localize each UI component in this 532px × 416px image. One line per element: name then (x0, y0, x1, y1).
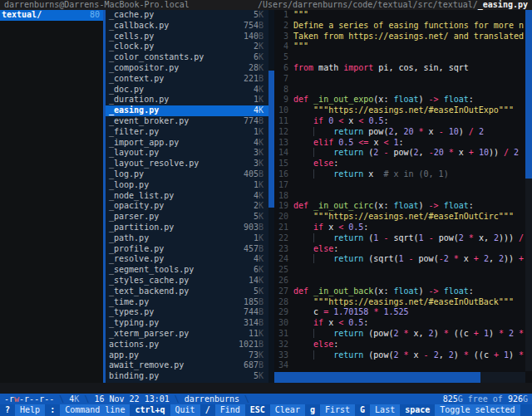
file-row[interactable]: _compositor.py28K (106, 63, 274, 74)
code-text: """https://easings.net/#easeInOutExpo""" (293, 105, 514, 116)
footer-key[interactable]: : (45, 404, 60, 416)
code-text: else: (293, 340, 338, 350)
disk-total-unit: G (523, 394, 528, 404)
footer-action-label[interactable]: Quit (170, 404, 200, 416)
line-number: 5 (274, 52, 288, 63)
footer-action-label[interactable]: First (320, 404, 355, 416)
code-line: 20 """https://easings.net/#easeInOutCirc… (274, 212, 525, 223)
file-row[interactable]: _cells.py140B (106, 32, 274, 42)
file-row[interactable]: binding.py5K (106, 371, 274, 382)
file-row[interactable]: _easing.py4K (106, 105, 274, 116)
file-row[interactable]: _styles_cache.py14K (106, 276, 274, 286)
file-row[interactable]: _opacity.py2K (106, 201, 274, 212)
footer-key[interactable]: / (200, 404, 215, 416)
footer-key[interactable]: ctrl+q (130, 404, 170, 416)
separator: \ (79, 394, 94, 404)
file-row[interactable]: _layout.py3K (106, 148, 274, 159)
file-row[interactable]: _segment_tools.py6K (106, 265, 274, 276)
file-row[interactable]: _context.py221B (106, 74, 274, 85)
preview-horizontal-scrollbar-thumb[interactable] (274, 372, 480, 384)
footer-key[interactable]: ? (0, 404, 15, 416)
file-row[interactable]: _partition.py903B (106, 223, 274, 233)
file-row[interactable]: _resolve.py4K (106, 254, 274, 265)
file-row[interactable]: _path.py1K (106, 233, 274, 244)
code-text: c = 1.70158 * 1.525 (293, 307, 409, 318)
file-row[interactable]: _time.py185B (106, 297, 274, 308)
line-number: 12 (274, 127, 288, 138)
file-row[interactable]: _clock.py2K (106, 42, 274, 52)
file-row[interactable]: _typing.py314B (106, 318, 274, 329)
file-name: _time.py (109, 297, 149, 308)
file-row[interactable]: _import_app.py4K (106, 138, 274, 149)
file-row[interactable]: _layout_resolve.py3K (106, 159, 274, 169)
line-number: 32 (274, 340, 288, 350)
code-text: """ (293, 10, 308, 21)
file-size: 1021B (239, 340, 264, 350)
file-row[interactable]: actions.py1021B (106, 340, 274, 350)
file-name: _types.py (109, 307, 154, 318)
file-list-scrollbar[interactable] (268, 10, 274, 383)
line-number: 13 (274, 138, 288, 149)
file-row[interactable]: _duration.py1K (106, 95, 274, 105)
preview-vertical-scrollbar-thumb[interactable] (525, 10, 532, 179)
file-name: _callback.py (109, 21, 169, 32)
file-name: _import_app.py (109, 138, 179, 149)
file-row[interactable]: await_remove.py687B (106, 360, 274, 371)
file-size: 140B (244, 32, 264, 42)
file-name: _layout.py (109, 148, 159, 159)
file-row[interactable]: _text_backend.py5K (106, 286, 274, 297)
code-text: """https://easings.net/#easeInOutBack""" (293, 297, 514, 308)
file-row[interactable]: _color_constants.py6K (106, 52, 274, 63)
parent-directory-selected-row[interactable]: textual/ 80 (0, 10, 106, 21)
file-row[interactable]: _doc.py4K (106, 85, 274, 95)
file-size: 6K (254, 265, 264, 276)
command-input[interactable]: ❯❯❯ Enter a command (0, 383, 532, 394)
footer-action-label[interactable]: Toggle selected (435, 404, 520, 416)
file-size: 4K (254, 191, 264, 202)
file-row[interactable]: _profile.py457B (106, 244, 274, 255)
file-row[interactable]: _node_list.py4K (106, 191, 274, 202)
file-size: 4K (254, 105, 264, 116)
code-line: 13 elif 0.5 <= x < 1: (274, 138, 525, 149)
line-number: 25 (274, 265, 288, 276)
file-row[interactable]: _event_broker.py774B (106, 116, 274, 127)
footer-key[interactable]: space (400, 404, 435, 416)
file-size: 744B (244, 307, 264, 318)
preview-horizontal-scrollbar[interactable] (274, 372, 525, 384)
footer-action-label[interactable]: Help (15, 404, 45, 416)
file-name: binding.py (109, 371, 159, 382)
file-row[interactable]: _callback.py754B (106, 21, 274, 32)
file-row[interactable]: _xterm_parser.py11K (106, 329, 274, 340)
footer-action-label[interactable]: Find (215, 404, 245, 416)
file-name: _parser.py (109, 212, 159, 223)
file-row[interactable]: _types.py744B (106, 307, 274, 318)
code-text: Taken from https://easings.net/ and tran… (293, 32, 524, 42)
footer-key[interactable]: ESC (245, 404, 270, 416)
file-list-scrollbar-thumb[interactable] (268, 71, 274, 208)
file-list-panel: _cache.py5K_callback.py754B_cells.py140B… (106, 10, 274, 383)
file-size: 11K (249, 329, 264, 340)
file-row[interactable]: _log.py405B (106, 169, 274, 180)
footer-key[interactable]: g (305, 404, 320, 416)
footer-key[interactable]: G (355, 404, 370, 416)
code-line: 21 if x < 0.5: (274, 223, 525, 233)
code-line: 26 (274, 276, 525, 286)
footer-action-label[interactable]: Command line (60, 404, 130, 416)
footer-action-label[interactable]: Last (370, 404, 400, 416)
file-size: 774B (244, 116, 264, 127)
preview-vertical-scrollbar[interactable] (525, 10, 532, 371)
file-row[interactable]: app.py73K (106, 350, 274, 361)
disk-free-value: 825 (443, 394, 458, 404)
file-size: 5K (254, 371, 264, 382)
permissions-text: -r (4, 394, 14, 404)
file-list: _cache.py5K_callback.py754B_cells.py140B… (106, 10, 274, 382)
file-name: _typing.py (109, 318, 159, 329)
file-row[interactable]: _filter.py1K (106, 127, 274, 138)
file-row[interactable]: _parser.py5K (106, 212, 274, 223)
file-row[interactable]: _cache.py5K (106, 10, 274, 21)
footer-action-label[interactable]: Clear (270, 404, 305, 416)
file-row[interactable]: _loop.py1K (106, 180, 274, 191)
separator: \ (170, 394, 185, 404)
code-text: return (sqrt(1 - pow(-2 * x + 2, 2)) + (293, 254, 524, 265)
hostname-label: darrenburns@Darrens-MacBook-Pro.local (4, 0, 190, 10)
